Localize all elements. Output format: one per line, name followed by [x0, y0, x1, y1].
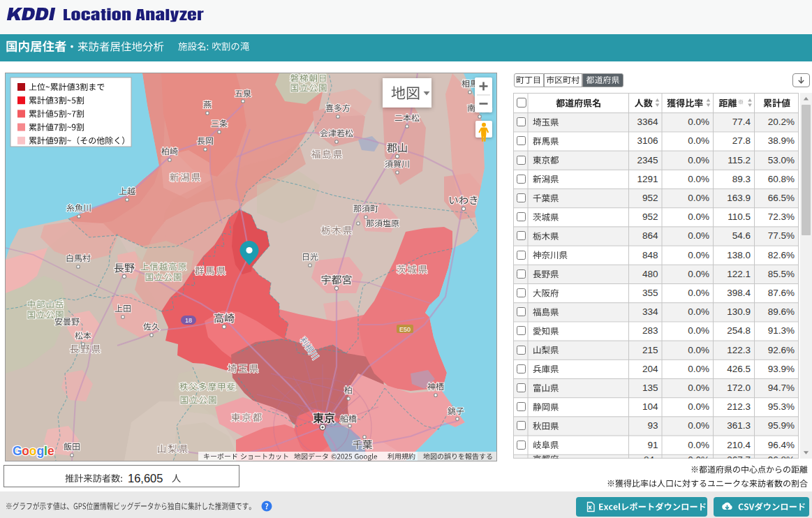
- svg-text:18: 18: [185, 317, 192, 324]
- svg-text:o: o: [22, 444, 29, 458]
- svg-text:E50: E50: [399, 326, 411, 333]
- svg-text:g: g: [36, 444, 43, 458]
- svg-text:e: e: [47, 444, 54, 458]
- svg-text:o: o: [29, 444, 36, 458]
- svg-text:l: l: [44, 444, 47, 458]
- svg-text:G: G: [13, 444, 22, 458]
